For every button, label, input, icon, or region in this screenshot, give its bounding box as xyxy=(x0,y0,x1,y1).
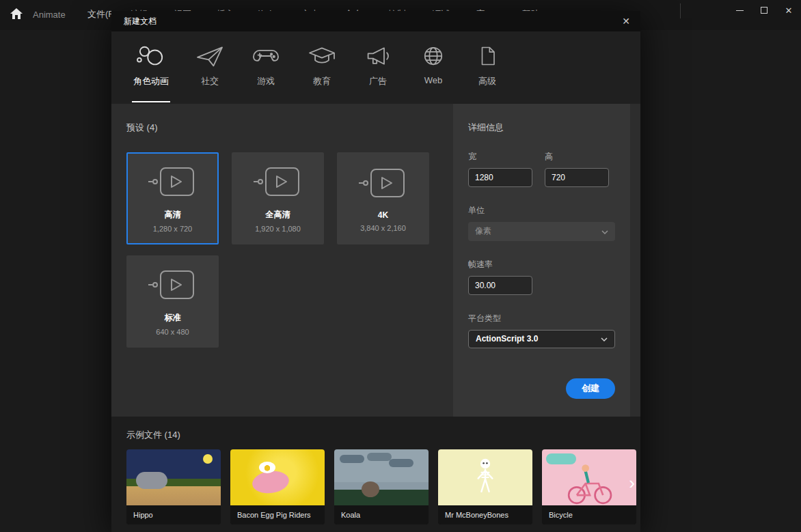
window-close-button[interactable]: ✕ xyxy=(776,0,801,20)
content-gutter xyxy=(630,104,640,417)
sample-name: Mr McBoneyBones xyxy=(438,505,532,524)
skeleton-art xyxy=(466,453,504,501)
maximize-button[interactable] xyxy=(752,0,776,20)
tab-advanced[interactable]: 高级 xyxy=(472,42,502,102)
app-name: Animate xyxy=(33,10,66,20)
preset-name: 高清 xyxy=(165,209,181,221)
platform-label: 平台类型 xyxy=(468,313,615,324)
width-input[interactable] xyxy=(468,168,532,187)
chevron-down-icon xyxy=(601,227,608,236)
sample-name: Koala xyxy=(334,505,429,524)
height-label: 高 xyxy=(545,151,609,163)
education-icon xyxy=(307,42,337,70)
maximize-icon xyxy=(761,7,768,14)
tab-label: 角色动画 xyxy=(133,75,169,87)
titlebar-divider xyxy=(680,3,681,18)
dialog-close-button[interactable]: ✕ xyxy=(622,16,630,27)
tab-web[interactable]: Web xyxy=(418,42,449,100)
samples-next-button[interactable]: › xyxy=(629,474,635,492)
stage-icon xyxy=(148,267,198,305)
sample-row: Hippo Bacon Egg Pig Riders Koala xyxy=(126,449,640,524)
stage-icon xyxy=(254,164,303,202)
samples-heading: 示例文件 (14) xyxy=(126,429,640,441)
category-tabs: 角色动画 社交 游戏 xyxy=(111,31,640,104)
stage-icon xyxy=(359,165,408,204)
minimize-button[interactable] xyxy=(727,0,752,20)
bicycle-art xyxy=(556,462,622,505)
width-label: 宽 xyxy=(468,151,532,163)
sample-thumbnail xyxy=(438,449,532,505)
chevron-right-icon: › xyxy=(629,473,635,493)
home-icon xyxy=(10,8,23,23)
chevron-down-icon xyxy=(601,334,608,344)
tab-label: 教育 xyxy=(313,75,331,87)
units-label: 单位 xyxy=(468,205,615,216)
sample-files-section: 示例文件 (14) Hippo Bacon Egg Pig Riders Koa… xyxy=(111,417,640,532)
tab-games[interactable]: 游戏 xyxy=(249,42,282,102)
close-icon: ✕ xyxy=(622,16,630,27)
preset-card-hd[interactable]: 高清 1,280 x 720 xyxy=(126,152,219,244)
sample-thumbnail xyxy=(126,449,221,505)
dimensions-row: 宽 高 xyxy=(468,151,615,187)
preset-size: 3,840 x 2,160 xyxy=(360,224,406,232)
sample-name: Bacon Egg Pig Riders xyxy=(230,505,325,524)
tab-social[interactable]: 社交 xyxy=(193,42,226,102)
units-value: 像素 xyxy=(475,225,491,237)
games-icon xyxy=(251,42,281,70)
character-animation-icon xyxy=(135,42,167,70)
megaphone-icon xyxy=(363,42,393,70)
framerate-input[interactable] xyxy=(468,276,532,295)
tab-character-animation[interactable]: 角色动画 xyxy=(132,42,170,102)
sample-card-koala[interactable]: Koala xyxy=(334,449,429,524)
sample-thumbnail xyxy=(542,449,636,505)
sample-card-bicycle[interactable]: Bicycle xyxy=(542,449,636,524)
presets-pane: 预设 (4) 高清 1,280 x 720 xyxy=(111,104,453,417)
preset-card-full-hd[interactable]: 全高清 1,920 x 1,080 xyxy=(232,152,324,244)
tab-label: Web xyxy=(424,75,443,85)
document-icon xyxy=(474,42,501,70)
preset-name: 4K xyxy=(378,210,388,220)
framerate-label: 帧速率 xyxy=(468,259,615,270)
sample-thumbnail xyxy=(334,449,429,505)
app-window: Animate 文件(F) 编辑(E) 视图(V) 插入(I) 修改(M) 文本… xyxy=(0,0,801,532)
tab-label: 广告 xyxy=(369,75,387,87)
sample-card-hippo[interactable]: Hippo xyxy=(126,449,221,524)
tab-label: 游戏 xyxy=(257,75,275,87)
window-close-icon: ✕ xyxy=(785,5,793,16)
height-input[interactable] xyxy=(545,168,609,187)
tab-education[interactable]: 教育 xyxy=(306,42,338,102)
platform-value: ActionScript 3.0 xyxy=(476,334,538,344)
dialog-header: 新建文档 ✕ xyxy=(111,11,640,31)
units-dropdown[interactable]: 像素 xyxy=(468,222,615,241)
preset-grid: 高清 1,280 x 720 全高清 1,920 x 1,080 xyxy=(126,152,439,348)
home-button[interactable] xyxy=(7,5,26,25)
dialog-content: 预设 (4) 高清 1,280 x 720 xyxy=(111,104,640,417)
preset-name: 全高清 xyxy=(266,209,290,221)
tab-label: 高级 xyxy=(478,75,496,87)
preset-size: 1,920 x 1,080 xyxy=(255,225,301,233)
tab-label: 社交 xyxy=(201,75,219,87)
tab-ads[interactable]: 广告 xyxy=(362,42,394,102)
details-heading: 详细信息 xyxy=(468,122,615,134)
sample-thumbnail xyxy=(230,449,325,505)
platform-dropdown[interactable]: ActionScript 3.0 xyxy=(468,330,615,349)
preset-card-standard[interactable]: 标准 640 x 480 xyxy=(126,255,219,348)
window-controls: ✕ xyxy=(727,0,801,20)
create-button[interactable]: 创建 xyxy=(566,378,615,399)
details-panel: 详细信息 宽 高 单位 像素 xyxy=(453,104,630,417)
sample-name: Bicycle xyxy=(542,505,636,524)
sample-card-mr-mcboneybones[interactable]: Mr McBoneyBones xyxy=(438,449,532,524)
globe-icon xyxy=(419,42,448,70)
preset-card-4k[interactable]: 4K 3,840 x 2,160 xyxy=(337,152,429,244)
presets-heading: 预设 (4) xyxy=(126,122,439,134)
preset-name: 标准 xyxy=(165,312,181,324)
sample-card-bacon-egg-pig-riders[interactable]: Bacon Egg Pig Riders xyxy=(230,449,325,524)
preset-size: 640 x 480 xyxy=(156,328,189,336)
social-icon xyxy=(195,42,225,70)
sample-name: Hippo xyxy=(126,505,221,524)
preset-size: 1,280 x 720 xyxy=(153,225,193,233)
new-document-dialog: 新建文档 ✕ 角色动画 社交 xyxy=(111,11,640,532)
minimize-icon xyxy=(736,10,744,11)
dialog-title: 新建文档 xyxy=(124,16,157,27)
stage-icon xyxy=(148,164,198,202)
